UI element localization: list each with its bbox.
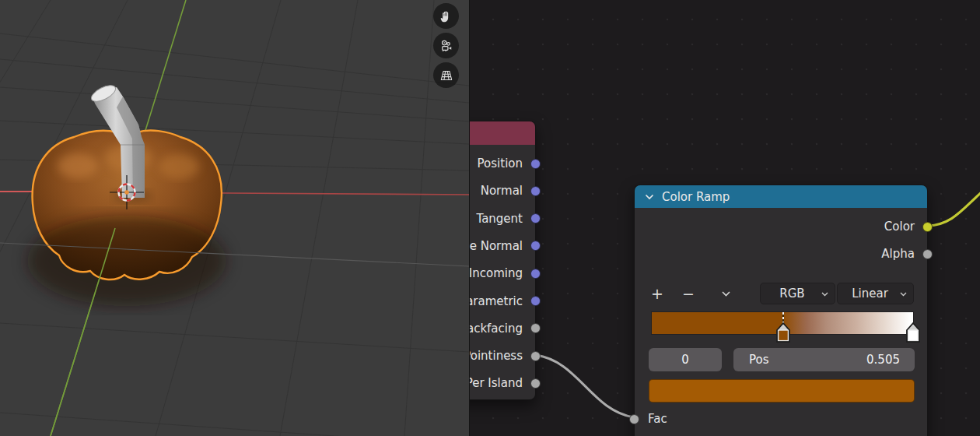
node-title: Color Ramp	[662, 190, 730, 204]
orthographic-toggle-button[interactable]	[433, 62, 459, 88]
output-socket-label: Random Per Island	[469, 374, 523, 392]
output-socket[interactable]	[530, 186, 541, 196]
chevron-down-icon	[821, 292, 828, 297]
output-socket[interactable]	[530, 213, 541, 223]
color-ramp-node-header[interactable]: Color Ramp	[635, 185, 927, 208]
output-socket-label: Color	[884, 218, 915, 235]
chevron-down-icon	[900, 292, 907, 297]
color-ramp-node[interactable]: Color Ramp Color Alpha + −	[634, 185, 928, 436]
geometry-output-row: Parametric	[469, 293, 535, 310]
collapse-chevron-icon[interactable]	[645, 194, 654, 200]
ramp-specials-menu-button[interactable]	[712, 283, 739, 304]
output-socket-label: True Normal	[469, 237, 523, 255]
output-socket[interactable]	[922, 222, 933, 232]
shader-node-editor[interactable]: Position Normal Tangent True Normal Inco…	[469, 0, 980, 436]
interpolation-value: Linear	[852, 287, 888, 301]
chevron-down-icon	[722, 291, 730, 297]
output-socket[interactable]	[530, 241, 541, 251]
output-socket-label: Incoming	[469, 265, 523, 282]
output-socket[interactable]	[922, 249, 933, 259]
output-socket[interactable]	[530, 378, 541, 389]
input-socket[interactable]	[629, 414, 639, 424]
fac-input-row: Fac	[635, 410, 927, 427]
geometry-output-row: Incoming	[469, 265, 535, 282]
camera-view-icon	[439, 38, 454, 54]
output-socket-label: Alpha	[881, 245, 915, 262]
stop-position-field[interactable]: Pos 0.505	[733, 348, 915, 371]
pan-view-button[interactable]	[433, 3, 459, 29]
color-mode-value: RGB	[779, 287, 804, 301]
output-socket[interactable]	[530, 159, 541, 169]
geometry-output-row: Pointiness	[469, 347, 535, 364]
output-socket[interactable]	[530, 269, 541, 279]
geometry-node-header[interactable]	[469, 121, 535, 145]
output-socket-label: Parametric	[469, 293, 523, 310]
ramp-stop-handle[interactable]	[906, 322, 920, 343]
camera-view-button[interactable]	[433, 33, 459, 58]
fac-wire[interactable]	[536, 355, 634, 417]
grid-ortho-icon	[439, 68, 454, 83]
stop-color-swatch[interactable]	[649, 379, 915, 403]
output-socket-label: Position	[478, 155, 523, 172]
output-socket-label: Pointiness	[469, 347, 523, 364]
remove-stop-button[interactable]: −	[677, 283, 700, 304]
geometry-output-row: Tangent	[469, 210, 535, 227]
output-socket-label: Normal	[481, 182, 523, 199]
viewport-gizmo-toolbar	[433, 3, 459, 88]
pos-field-label: Pos	[749, 348, 769, 371]
output-socket[interactable]	[530, 351, 541, 361]
geometry-node[interactable]: Position Normal Tangent True Normal Inco…	[469, 121, 536, 400]
ramp-output-row: Color	[635, 218, 927, 235]
geometry-output-row: Normal	[469, 182, 535, 199]
ramp-output-row: Alpha	[635, 245, 927, 262]
geometry-output-row: True Normal	[469, 237, 535, 255]
geometry-output-row: Backfacing	[469, 320, 535, 337]
active-stop-index-field[interactable]: 0	[649, 348, 722, 371]
color-output-wire[interactable]	[928, 192, 980, 226]
ramp-stop-handle[interactable]	[776, 322, 790, 343]
pos-field-value: 0.505	[866, 348, 900, 371]
hand-pan-icon	[439, 9, 454, 24]
interpolation-dropdown[interactable]: Linear	[837, 283, 914, 304]
output-socket[interactable]	[530, 296, 541, 306]
viewport-scene	[0, 0, 469, 436]
geometry-output-row: Random Per Island	[469, 374, 535, 392]
output-socket-label: Backfacing	[469, 320, 523, 337]
input-socket-label: Fac	[648, 410, 667, 427]
color-mode-dropdown[interactable]: RGB	[760, 283, 835, 304]
blender-window: Position Normal Tangent True Normal Inco…	[0, 0, 980, 436]
add-stop-button[interactable]: +	[646, 283, 669, 304]
output-socket[interactable]	[530, 323, 541, 333]
output-socket-label: Tangent	[476, 210, 523, 227]
geometry-output-row: Position	[469, 155, 535, 172]
3d-viewport[interactable]	[0, 0, 469, 436]
color-ramp-bar[interactable]	[651, 311, 914, 335]
